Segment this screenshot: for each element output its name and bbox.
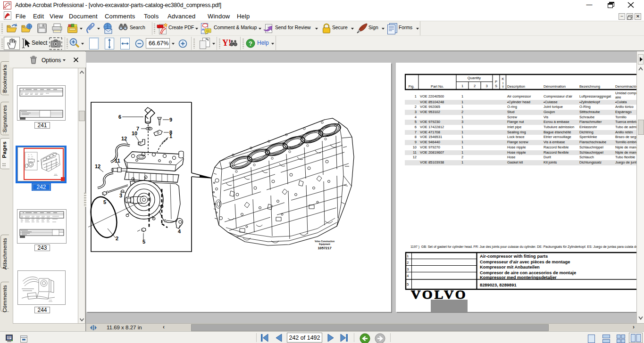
svg-text:Part No.: Part No. [431,84,444,89]
svg-text:Equipment: Equipment [319,243,330,245]
svg-text:1: 1 [407,254,409,258]
svg-text:Compresor de aire con accesori: Compresor de aire con accesorios de mont… [480,270,576,275]
svg-text:5: 5 [103,199,106,205]
svg-text:Air-compressor with fitting pa: Air-compressor with fitting parts [480,254,548,259]
svg-text:2: 2 [407,261,409,265]
svg-text:?: ? [249,40,252,47]
svg-text:Kompressor med monteringsdetal: Kompressor med monteringsdetaljer [480,275,557,280]
svg-text:4: 4 [178,229,181,234]
svg-text:Fig.: Fig. [409,84,415,89]
svg-text:2: 2 [474,84,476,88]
svg-text:9: 9 [169,117,172,122]
svg-text:1: 1 [461,84,463,88]
svg-text:Compresseur d'air avec pièces: Compresseur d'air avec pièces de montage [480,260,570,264]
svg-text:11: 11 [115,158,120,163]
svg-text:5: 5 [407,282,409,286]
svg-text:Dénomination: Dénomination [544,84,566,89]
svg-text:3: 3 [407,267,409,271]
svg-text:Volvo Construction: Volvo Construction [315,240,335,243]
svg-text:4: 4 [407,274,409,278]
svg-text:6: 6 [118,114,121,120]
svg-text:12: 12 [95,163,100,169]
svg-text:S: S [495,84,497,88]
svg-text:3: 3 [119,193,122,198]
svg-text:Description: Description [507,84,525,89]
svg-text:8289023, 8289891: 8289023, 8289891 [480,283,517,287]
svg-text:1: 1 [169,133,172,139]
svg-text:P: P [495,80,497,84]
svg-text:3: 3 [485,84,487,88]
svg-text:10: 10 [132,131,137,136]
svg-text:1057217: 1057217 [318,246,331,250]
svg-text:2: 2 [116,236,118,241]
svg-text:5: 5 [142,239,145,245]
svg-text:12: 12 [121,136,127,141]
svg-text:T: T [502,85,504,89]
svg-text:Bezeichnung: Bezeichnung [579,84,600,89]
svg-text:Denominación: Denominación [615,84,636,89]
svg-text:Quantity: Quantity [468,76,481,80]
svg-text:Kompressor mit Anbauteilen: Kompressor mit Anbauteilen [480,265,540,270]
